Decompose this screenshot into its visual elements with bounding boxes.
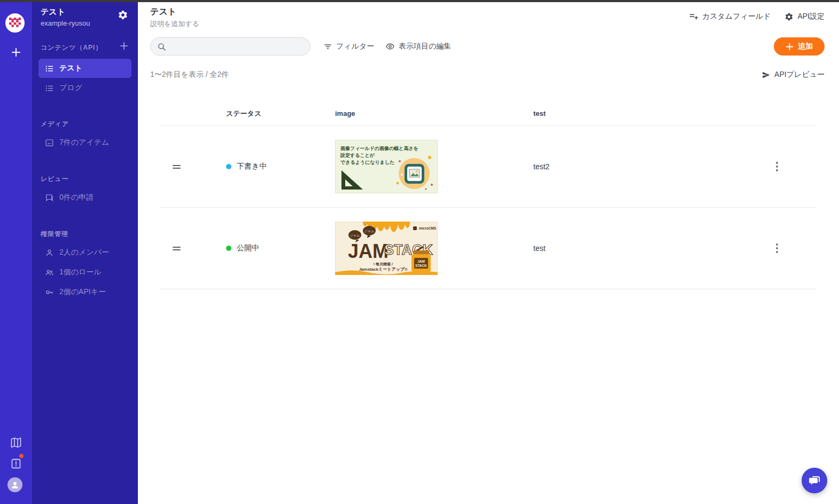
sidebar-item-members[interactable]: 2人のメンバー bbox=[38, 243, 131, 262]
sidebar: テスト example-ryusou コンテンツ（API） テスト ブログ メデ… bbox=[32, 0, 138, 504]
microcms-logo-icon bbox=[9, 17, 21, 29]
status-dot-published bbox=[226, 246, 231, 251]
api-preview-label: APIプレビュー bbox=[774, 70, 825, 80]
thumb2-sub2-text: Jamstackミートアップ!! bbox=[359, 266, 408, 272]
sidebar-item-roles[interactable]: 1個のロール bbox=[38, 263, 131, 282]
plus-icon bbox=[120, 42, 128, 50]
status-column-header: ステータス bbox=[226, 109, 335, 119]
custom-fields-label: カスタムフィールド bbox=[702, 12, 771, 21]
list-plus-icon bbox=[689, 12, 698, 21]
chat-icon bbox=[45, 193, 54, 202]
table-row[interactable]: 公開中 ジャム ジャム JAM STACK \ 毎月開催 / Jamstackミ bbox=[159, 208, 817, 289]
workspace-settings-button[interactable] bbox=[118, 10, 128, 22]
row-menu-button[interactable] bbox=[771, 243, 783, 253]
thumb2-brand-text: microCMS bbox=[419, 226, 437, 230]
main-content: テスト 説明を追加する カスタムフィールド API設定 フィルター 表示項目の編… bbox=[138, 0, 839, 504]
sidebar-item-apikeys[interactable]: 2個のAPIキー bbox=[38, 282, 131, 302]
key-icon bbox=[45, 288, 54, 297]
chat-bubbles-icon bbox=[808, 474, 821, 487]
sidebar-item-test[interactable]: テスト bbox=[38, 59, 131, 78]
plus-icon bbox=[11, 48, 21, 57]
sidebar-item-label: 1個のロール bbox=[59, 267, 102, 277]
sidebar-item-label: 7件のアイテム bbox=[59, 138, 109, 147]
sidebar-item-blog[interactable]: ブログ bbox=[38, 78, 131, 98]
custom-fields-button[interactable]: カスタムフィールド bbox=[689, 12, 771, 21]
status-label: 公開中 bbox=[237, 243, 259, 253]
image-icon bbox=[45, 138, 54, 147]
gear-icon bbox=[118, 10, 128, 20]
microcms-logo[interactable] bbox=[5, 13, 25, 33]
media-section-label: メディア bbox=[41, 120, 69, 129]
filter-label: フィルター bbox=[336, 42, 374, 51]
clipboard-alert-icon bbox=[10, 457, 22, 470]
map-icon bbox=[10, 436, 22, 449]
notification-badge bbox=[19, 454, 24, 458]
sidebar-item-label: テスト bbox=[59, 64, 82, 73]
test-column-header: test bbox=[533, 109, 763, 117]
filter-icon bbox=[323, 42, 332, 51]
user-avatar[interactable] bbox=[7, 477, 22, 492]
edit-columns-button[interactable]: 表示項目の編集 bbox=[385, 42, 451, 51]
image-column-header: image bbox=[335, 109, 533, 117]
content-thumbnail-image[interactable]: ジャム ジャム JAM STACK \ 毎月開催 / Jamstackミートアッ… bbox=[335, 222, 438, 275]
page-title: テスト bbox=[150, 6, 176, 18]
person-icon bbox=[10, 480, 20, 490]
content-thumbnail-image[interactable]: 画像フィールドの画像の幅と高さを 設定することが できるようになりました bbox=[335, 140, 438, 193]
roadmap-button[interactable] bbox=[0, 436, 32, 449]
add-api-button[interactable] bbox=[120, 42, 128, 52]
test-cell: test bbox=[533, 244, 763, 253]
search-input[interactable] bbox=[170, 42, 304, 51]
workspace-subtitle: example-ryusou bbox=[41, 19, 90, 27]
status-cell: 公開中 bbox=[226, 243, 335, 253]
edit-columns-label: 表示項目の編集 bbox=[399, 42, 451, 51]
sidebar-item-label: 2個のAPIキー bbox=[59, 287, 106, 297]
sidebar-item-label: 0件の申請 bbox=[59, 193, 94, 202]
row-menu-button[interactable] bbox=[771, 162, 783, 171]
add-content-label: 追加 bbox=[798, 42, 813, 51]
list-icon bbox=[45, 84, 54, 93]
status-dot-draft bbox=[226, 164, 231, 169]
thumb2-bubble1-text: ジャム bbox=[350, 234, 360, 237]
result-count: 1〜2件目を表示 / 全2件 bbox=[150, 70, 229, 80]
api-settings-button[interactable]: API設定 bbox=[784, 12, 825, 21]
content-api-section-label: コンテンツ（API） bbox=[41, 43, 102, 52]
thumb1-text-line3: できるようになりました bbox=[340, 160, 394, 165]
plus-icon bbox=[786, 43, 794, 51]
table-header-row: ステータス image test bbox=[159, 101, 817, 126]
status-cell: 下書き中 bbox=[226, 162, 335, 171]
window-top-border bbox=[0, 0, 839, 2]
api-preview-button[interactable]: APIプレビュー bbox=[762, 70, 825, 80]
service-rail bbox=[0, 0, 32, 504]
add-description-link[interactable]: 説明を追加する bbox=[150, 19, 199, 29]
thumb2-bubble2-text: ジャム bbox=[364, 230, 374, 233]
send-icon bbox=[762, 70, 771, 80]
content-table: ステータス image test 下書き中 画像フィールドの画像の幅と高さを 設… bbox=[159, 101, 817, 289]
review-section-label: レビュー bbox=[41, 175, 69, 184]
sidebar-item-review[interactable]: 0件の申請 bbox=[38, 188, 131, 207]
workspace-title: テスト bbox=[41, 7, 65, 17]
test-cell: test2 bbox=[533, 162, 763, 171]
news-button[interactable] bbox=[0, 457, 32, 470]
drag-handle[interactable] bbox=[173, 165, 181, 169]
add-content-button[interactable]: 追加 bbox=[774, 37, 825, 56]
sidebar-item-media[interactable]: 7件のアイテム bbox=[38, 133, 131, 152]
status-label: 下書き中 bbox=[237, 162, 267, 171]
gear-icon bbox=[784, 12, 794, 21]
thumb2-jar-text2: STACK bbox=[415, 264, 427, 267]
thumb1-text-line2: 設定することが bbox=[340, 153, 375, 159]
list-icon bbox=[45, 64, 54, 73]
eye-icon bbox=[385, 42, 395, 51]
thumb1-text-line1: 画像フィールドの画像の幅と高さを bbox=[340, 146, 418, 151]
sidebar-item-label: 2人のメンバー bbox=[59, 248, 109, 257]
table-row[interactable]: 下書き中 画像フィールドの画像の幅と高さを 設定することが できるようになりまし… bbox=[159, 126, 817, 208]
permission-section-label: 権限管理 bbox=[41, 230, 68, 239]
api-settings-label: API設定 bbox=[797, 12, 825, 21]
person-icon bbox=[45, 248, 54, 257]
add-service-button[interactable] bbox=[0, 45, 32, 60]
search-icon bbox=[157, 42, 166, 51]
sidebar-item-label: ブログ bbox=[59, 83, 82, 93]
filter-button[interactable]: フィルター bbox=[323, 42, 374, 51]
drag-handle[interactable] bbox=[173, 247, 181, 250]
chat-support-button[interactable] bbox=[802, 468, 827, 493]
thumb2-sub1-text: \ 毎月開催 / bbox=[374, 262, 393, 266]
